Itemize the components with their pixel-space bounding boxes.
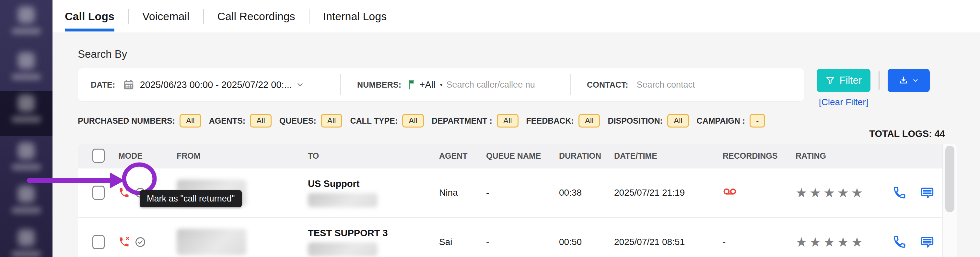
button-divider xyxy=(878,72,880,89)
column-duration: DURATION xyxy=(554,151,609,161)
filter-label: DEPARTMENT : xyxy=(432,116,492,126)
sidebar-icon-3 xyxy=(18,95,35,112)
notes-button[interactable] xyxy=(920,235,934,249)
column-from: FROM xyxy=(172,151,303,161)
sidebar-icon-6 xyxy=(18,230,35,246)
action-buttons: Filter [Clear Filter] xyxy=(817,68,930,107)
row-checkbox[interactable] xyxy=(92,235,105,249)
chevron-down-icon xyxy=(912,77,919,84)
column-recordings: RECORDINGS xyxy=(718,151,791,161)
agent-name: Sai xyxy=(434,237,481,247)
notes-button[interactable] xyxy=(920,186,934,200)
sidebar-item-1[interactable] xyxy=(0,6,52,34)
filter-chip-campaign[interactable]: - xyxy=(749,114,765,128)
contact-label: CONTACT: xyxy=(587,80,628,89)
filter-chip-disposition[interactable]: All xyxy=(667,114,689,128)
filter-button[interactable]: Filter xyxy=(817,69,870,92)
row-checkbox[interactable] xyxy=(92,186,105,200)
sidebar-icon-2 xyxy=(18,52,35,69)
date-label: DATE: xyxy=(91,80,115,89)
rating-stars[interactable]: ★★★★★ xyxy=(791,185,883,200)
sidebar-item-4[interactable] xyxy=(0,142,52,170)
to-name: US Support xyxy=(308,179,434,189)
tab-call-logs[interactable]: Call Logs xyxy=(65,0,115,32)
tab-separator xyxy=(309,9,310,24)
contact-search-input[interactable]: Search contact xyxy=(637,80,695,90)
filter-chip-agents[interactable]: All xyxy=(250,114,272,128)
filter-campaign: CAMPAIGN : - xyxy=(697,114,765,128)
filter-chip-call-type[interactable]: All xyxy=(402,114,424,128)
voicemail-recording-icon[interactable] xyxy=(723,185,737,199)
main-panel: Call Logs Voicemail Call Recordings Inte… xyxy=(52,0,980,257)
filter-chip-queues[interactable]: All xyxy=(321,114,342,128)
missed-call-icon xyxy=(118,187,130,199)
column-rating: RATING xyxy=(791,151,883,161)
column-agent: AGENT xyxy=(434,151,481,161)
table-row: TEST SUPPORT 3 Sai - 00:50 2025/07/21 08… xyxy=(78,218,957,257)
column-mode: MODE xyxy=(113,151,172,161)
calendar-icon xyxy=(123,78,135,91)
chat-note-icon xyxy=(920,186,934,200)
download-button[interactable] xyxy=(888,69,930,92)
filter-chip-feedback[interactable]: All xyxy=(579,114,600,128)
queue-name: - xyxy=(481,237,554,247)
call-back-button[interactable] xyxy=(893,235,907,249)
phone-icon xyxy=(893,186,907,200)
filter-label: CAMPAIGN : xyxy=(697,116,745,126)
tab-internal-logs[interactable]: Internal Logs xyxy=(323,0,387,32)
agent-name: Nina xyxy=(434,188,481,198)
tab-separator xyxy=(128,9,129,24)
chevron-down-icon xyxy=(296,80,304,89)
total-logs-count: TOTAL LOGS: 44 xyxy=(869,129,945,139)
sidebar-item-3-active[interactable] xyxy=(0,95,52,123)
filter-label: QUEUES: xyxy=(279,116,316,126)
filter-department: DEPARTMENT : All xyxy=(432,114,519,128)
sidebar-label-1 xyxy=(11,28,41,34)
mark-call-returned-icon[interactable] xyxy=(135,236,146,248)
table-header-row: MODE FROM TO AGENT QUEUE NAME DURATION D… xyxy=(78,144,957,168)
redacted-to-number xyxy=(308,243,377,257)
column-queue-name: QUEUE NAME xyxy=(481,151,554,161)
mark-call-returned-icon[interactable] xyxy=(135,187,146,199)
filter-button-label: Filter xyxy=(840,75,862,86)
clear-filter-link[interactable]: [Clear Filter] xyxy=(817,97,870,107)
sidebar-label-3 xyxy=(11,116,41,123)
contact-field[interactable]: CONTACT: Search contact xyxy=(571,68,804,101)
tab-call-recordings[interactable]: Call Recordings xyxy=(218,0,295,32)
table-scrollbar[interactable] xyxy=(942,144,957,257)
sidebar-label-6 xyxy=(11,251,41,257)
filter-chip-purchased-numbers[interactable]: All xyxy=(180,114,201,128)
call-back-button[interactable] xyxy=(893,186,907,200)
filter-purchased-numbers: PURCHASED NUMBERS: All xyxy=(78,114,201,128)
rating-stars[interactable]: ★★★★★ xyxy=(791,235,883,249)
sidebar-item-6[interactable] xyxy=(0,230,52,257)
scrollbar-thumb[interactable] xyxy=(945,146,955,212)
select-all-checkbox[interactable] xyxy=(92,148,105,163)
filter-label: CALL TYPE: xyxy=(350,116,398,126)
date-range-value: 2025/06/23 00:00 - 2025/07/22 00:... xyxy=(140,80,292,90)
content-area: Search By DATE: 2025/06/23 00:00 - 2025/… xyxy=(78,48,957,257)
dropdown-triangle-icon: ▾ xyxy=(440,82,443,88)
recordings-value: - xyxy=(718,237,791,247)
quick-filters-row: PURCHASED NUMBERS: All AGENTS: All QUEUE… xyxy=(78,114,957,138)
redacted-to-number xyxy=(308,193,377,208)
column-date-time: DATE/TIME xyxy=(609,151,718,161)
funnel-icon xyxy=(826,76,835,85)
filter-call-type: CALL TYPE: All xyxy=(350,114,423,128)
call-duration: 00:50 xyxy=(554,237,609,247)
numbers-field[interactable]: NUMBERS: +All ▾ Search caller/callee nu xyxy=(341,68,570,101)
filter-agents: AGENTS: All xyxy=(209,114,272,128)
sidebar-nav xyxy=(0,0,52,257)
numbers-selected-value: +All xyxy=(419,80,435,90)
queue-name: - xyxy=(481,188,554,198)
filter-label: AGENTS: xyxy=(209,116,246,126)
sidebar-item-2[interactable] xyxy=(0,52,52,80)
date-range-field[interactable]: DATE: 2025/06/23 00:00 - 2025/07/22 00:.… xyxy=(78,68,340,101)
filter-feedback: FEEDBACK: All xyxy=(526,114,600,128)
tab-voicemail[interactable]: Voicemail xyxy=(142,0,189,32)
caller-callee-search-input[interactable]: Search caller/callee nu xyxy=(447,80,535,90)
redacted-from-number xyxy=(177,179,246,206)
filter-chip-department[interactable]: All xyxy=(497,114,519,128)
sidebar-item-5[interactable] xyxy=(0,186,52,214)
sidebar-label-4 xyxy=(11,164,41,170)
